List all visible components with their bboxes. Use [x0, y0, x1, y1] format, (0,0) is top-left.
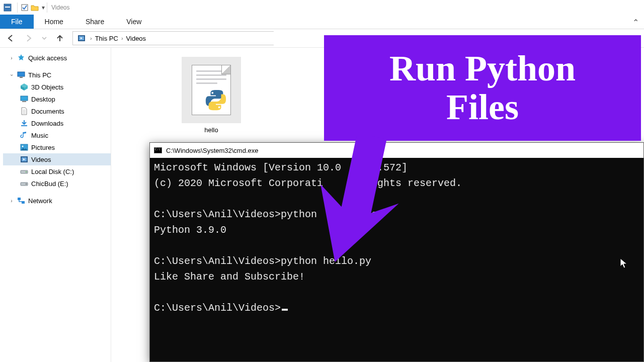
svg-point-11 [22, 146, 24, 147]
tree-network[interactable]: › Network [3, 195, 111, 207]
up-button[interactable] [54, 33, 65, 44]
navigation-pane: › Quick access › This PC 3D Objects Desk [0, 47, 111, 362]
cmd-line: Microsoft Windows [Version 10.0 42.572] [154, 162, 408, 173]
document-icon [20, 107, 28, 115]
download-icon [20, 119, 28, 127]
tree-chicbud-e[interactable]: ChicBud (E:) [3, 177, 111, 190]
video-folder-icon [77, 34, 86, 43]
cmd-line: C:\Users\Anil\Videos>python rsion [154, 209, 383, 220]
svg-point-20 [211, 92, 213, 94]
address-bar[interactable]: › This PC › Videos [72, 31, 274, 45]
tree-music[interactable]: Music [3, 129, 111, 141]
tree-quick-access[interactable]: › Quick access [3, 52, 111, 64]
file-name-label: hello [182, 123, 241, 134]
svg-rect-6 [20, 77, 23, 78]
overlay-text-line2: Files [389, 88, 576, 127]
picture-icon [20, 143, 28, 151]
titlebar-separator [47, 3, 47, 13]
mouse-cursor-icon [620, 258, 628, 269]
cmd-line: C:\Users\Anil\Videos> [154, 302, 281, 314]
network-icon [17, 197, 25, 205]
file-explorer-app-icon [3, 3, 12, 12]
tree-label: Documents [31, 108, 64, 115]
svg-rect-7 [21, 96, 28, 101]
cmd-line: Like Share and Subscribe! [154, 271, 305, 283]
minimize-ribbon-icon[interactable]: ⌃ [632, 18, 639, 27]
tree-label: Network [28, 197, 52, 205]
ribbon-tabs: File Home Share View [0, 15, 644, 29]
cmd-window[interactable]: C:\Windows\System32\cmd.exe Microsoft Wi… [149, 142, 644, 362]
svg-rect-5 [18, 72, 25, 76]
titlebar-separator [17, 3, 18, 13]
tree-label: ChicBud (E:) [31, 180, 68, 188]
svg-point-21 [218, 106, 220, 108]
cmd-titlebar[interactable]: C:\Windows\System32\cmd.exe [150, 143, 643, 158]
overlay-banner: Run Python Files [324, 35, 641, 141]
breadcrumb-videos[interactable]: Videos [125, 35, 147, 42]
video-icon [20, 155, 28, 163]
cmd-line: (c) 2020 Microsoft Corporati l rights re… [154, 177, 462, 189]
svg-point-15 [26, 171, 27, 172]
tree-label: Downloads [31, 120, 63, 127]
window-titlebar: ▾ Videos [0, 0, 644, 15]
breadcrumb-this-pc[interactable]: This PC [94, 35, 119, 42]
back-button[interactable] [5, 33, 16, 44]
tree-videos[interactable]: Videos [3, 153, 111, 165]
tree-label: Music [31, 132, 48, 139]
tree-label: Quick access [28, 54, 67, 62]
qat-checkbox-icon[interactable] [20, 3, 30, 13]
window-title: Videos [51, 4, 69, 11]
cmd-line: Python 3.9.0 [154, 224, 226, 236]
drive-icon [20, 179, 28, 188]
cmd-cursor [282, 309, 288, 311]
ribbon-file-tab[interactable]: File [0, 15, 34, 29]
tree-label: This PC [28, 71, 51, 79]
breadcrumb-separator[interactable]: › [121, 35, 123, 41]
tree-toggle[interactable]: › [9, 198, 14, 204]
python-icon [204, 88, 227, 112]
ribbon-tab-view[interactable]: View [115, 15, 152, 29]
tree-toggle[interactable]: › [9, 55, 14, 61]
ribbon-tab-share[interactable]: Share [74, 15, 115, 29]
tree-documents[interactable]: Documents [3, 105, 111, 117]
tree-label: Local Disk (C:) [31, 168, 74, 175]
ribbon-tab-home[interactable]: Home [34, 15, 74, 29]
cmd-body[interactable]: Microsoft Windows [Version 10.0 42.572] … [150, 158, 643, 361]
svg-point-17 [26, 184, 27, 185]
breadcrumb-separator[interactable]: › [90, 35, 92, 41]
star-icon [17, 54, 25, 62]
music-icon [20, 131, 28, 139]
cube-icon [20, 83, 28, 91]
tree-label: Desktop [31, 96, 55, 103]
tree-label: 3D Objects [31, 83, 63, 91]
tree-toggle[interactable]: › [9, 72, 15, 77]
tree-pictures[interactable]: Pictures [3, 141, 111, 153]
svg-rect-9 [21, 125, 27, 126]
tree-this-pc[interactable]: › This PC [3, 69, 111, 81]
qat-overflow[interactable]: ▾ [42, 4, 45, 11]
file-item-hello[interactable]: hello [182, 57, 241, 134]
drive-icon [20, 167, 28, 175]
cmd-icon [154, 147, 162, 153]
tree-local-disk-c[interactable]: Local Disk (C:) [3, 165, 111, 177]
svg-rect-18 [18, 198, 21, 200]
recent-locations-dropdown[interactable] [41, 33, 47, 44]
tree-label: Pictures [31, 144, 55, 151]
desktop-icon [20, 95, 28, 103]
overlay-text-line1: Run Python [389, 49, 576, 88]
file-thumbnail [182, 57, 241, 123]
cmd-title-text: C:\Windows\System32\cmd.exe [166, 147, 259, 154]
cmd-line: C:\Users\Anil\Videos>python hello.py [154, 255, 371, 267]
forward-button[interactable] [23, 33, 34, 44]
qat-folder-icon[interactable] [30, 3, 40, 13]
tree-3d-objects[interactable]: 3D Objects [3, 81, 111, 93]
svg-rect-8 [22, 101, 26, 102]
tree-downloads[interactable]: Downloads [3, 117, 111, 129]
tree-desktop[interactable]: Desktop [3, 93, 111, 105]
tree-label: Videos [31, 156, 51, 163]
monitor-icon [17, 71, 25, 79]
svg-rect-1 [5, 7, 10, 8]
